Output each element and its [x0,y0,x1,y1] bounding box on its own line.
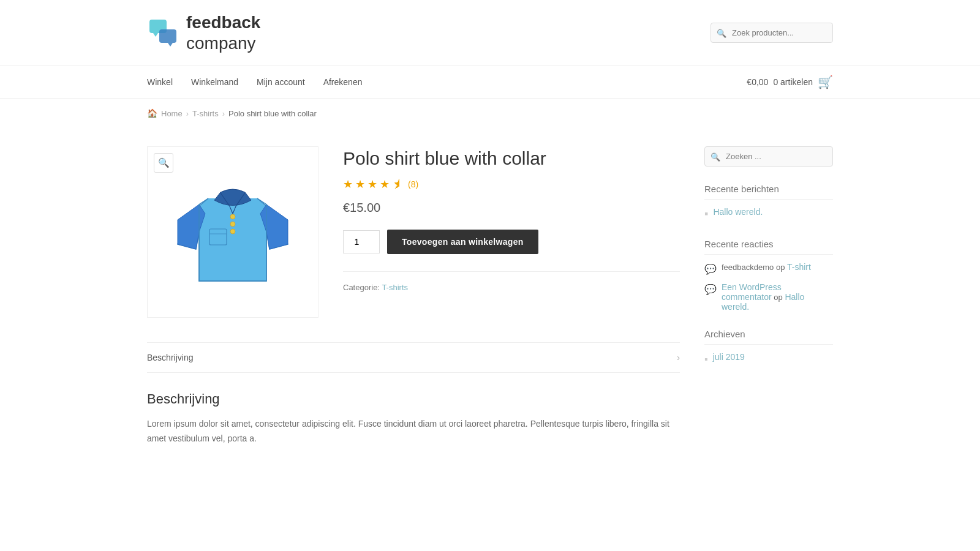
svg-rect-2 [159,29,176,43]
sidebar-archives: Archieven ▪ juli 2019 [704,329,833,367]
sidebar-search-input[interactable] [704,146,833,167]
post-item: ▪ Hallo wereld. [704,207,833,222]
logo[interactable]: feedback company [147,12,260,53]
post-icon: ▪ [704,208,708,220]
svg-point-5 [230,222,235,227]
comment-1-link[interactable]: T-shirt [787,262,811,272]
category-link[interactable]: T-shirts [382,283,408,292]
star-1: ★ [343,178,353,191]
comment-1-text: feedbackdemo op T-shirt [722,262,811,272]
comment-item-2: 💬 Een WordPress commentator op Hallo wer… [704,282,833,312]
main-nav: Winkel Winkelmand Mijn account Afrekenen… [0,66,980,99]
add-to-cart-button[interactable]: Toevoegen aan winkelwagen [387,230,538,254]
sidebar-recent-posts: Recente berichten ▪ Hallo wereld. [704,184,833,222]
site-header: feedback company 🔍 [0,0,980,66]
sidebar-recent-comments: Recente reacties 💬 feedbackdemo op T-shi… [704,239,833,312]
zoom-button[interactable]: 🔍 [154,153,173,173]
main-content: 🔍 [0,128,980,489]
archive-item: ▪ juli 2019 [704,352,833,367]
sidebar-search-icon: 🔍 [710,152,720,161]
search-icon: 🔍 [717,28,726,37]
cart-price: €0,00 [747,77,768,87]
description-text: Lorem ipsum dolor sit amet, consectetur … [147,417,680,446]
star-rating: ★ ★ ★ ★ ⯨ (8) [343,178,680,191]
category-line: Categorie: T-shirts [343,271,680,292]
breadcrumb-category[interactable]: T-shirts [192,109,219,118]
review-count[interactable]: (8) [408,179,418,189]
product-top: 🔍 [147,146,680,318]
sidebar-search[interactable]: 🔍 [704,146,833,167]
tab-arrow-icon: › [677,353,680,362]
svg-point-4 [230,214,235,219]
svg-rect-7 [209,229,227,245]
comment-icon-2: 💬 [704,283,717,295]
archives-title: Archieven [704,329,833,345]
comment-item-1: 💬 feedbackdemo op T-shirt [704,262,833,275]
post-link[interactable]: Hallo wereld. [713,207,763,217]
star-3: ★ [368,178,377,191]
product-price: €15.00 [343,201,680,215]
logo-text: feedback company [186,12,260,53]
product-title: Polo shirt blue with collar [343,146,680,170]
recent-comments-title: Recente reacties [704,239,833,255]
nav-links: Winkel Winkelmand Mijn account Afrekenen [147,66,362,98]
quantity-input[interactable] [343,230,380,253]
breadcrumb-home[interactable]: Home [161,109,183,118]
product-image-wrap: 🔍 [147,146,318,318]
star-half: ⯨ [392,178,403,191]
cart-items: 0 artikelen [773,77,813,87]
category-label: Categorie: [343,283,380,292]
comment-2-link[interactable]: Een WordPress commentator [722,282,782,302]
tab-beschrijving-label: Beschrijving [147,353,193,362]
tabs-section: Beschrijving › [147,342,680,373]
comment-2-text: Een WordPress commentator op Hallo werel… [722,282,833,312]
cart-icon: 🛒 [818,75,833,89]
star-2: ★ [355,178,365,191]
add-to-cart-row: Toevoegen aan winkelwagen [343,230,680,254]
svg-point-6 [230,229,235,234]
description-content: Beschrijving Lorem ipsum dolor sit amet,… [147,373,680,465]
cart-area[interactable]: €0,00 0 artikelen 🛒 [747,75,833,89]
svg-marker-3 [168,43,173,47]
logo-icon [147,17,179,49]
sidebar: 🔍 Recente berichten ▪ Hallo wereld. Rece… [704,146,833,465]
breadcrumb-sep1: › [186,109,189,118]
header-search-input[interactable] [710,23,833,43]
archive-icon: ▪ [704,354,708,365]
recent-posts-title: Recente berichten [704,184,833,200]
home-icon: 🏠 [147,108,157,118]
breadcrumb: 🏠 Home › T-shirts › Polo shirt blue with… [0,99,980,128]
comment-icon-1: 💬 [704,263,717,275]
product-info: Polo shirt blue with collar ★ ★ ★ ★ ⯨ (8… [343,146,680,318]
nav-afrekenen[interactable]: Afrekenen [323,66,363,98]
star-4: ★ [380,178,390,191]
header-search[interactable]: 🔍 [710,23,833,43]
nav-mijn-account[interactable]: Mijn account [257,66,305,98]
breadcrumb-current: Polo shirt blue with collar [228,109,317,118]
nav-winkelmand[interactable]: Winkelmand [191,66,238,98]
archive-link[interactable]: juli 2019 [713,352,745,362]
product-area: 🔍 [147,146,680,465]
tab-beschrijving[interactable]: Beschrijving › [147,342,680,373]
nav-winkel[interactable]: Winkel [147,66,173,98]
breadcrumb-sep2: › [222,109,225,118]
product-image [172,165,294,299]
description-title: Beschrijving [147,391,680,407]
svg-marker-1 [153,33,158,37]
